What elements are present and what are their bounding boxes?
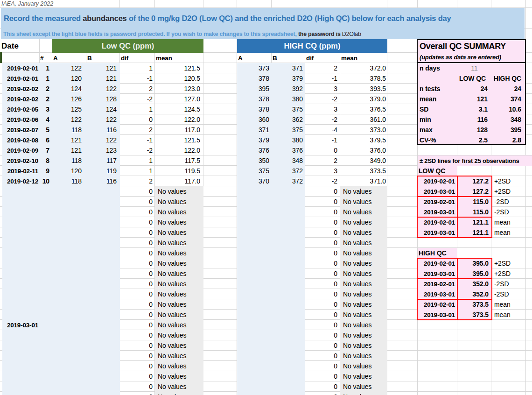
sd-tag-label: -2SD — [493, 207, 531, 217]
spreadsheet: IAEA, January 2022 Record the measured a… — [0, 0, 532, 395]
sd-value-cell: 121.1 — [458, 217, 491, 227]
sd-tag-label: mean — [493, 217, 531, 227]
sd-value-cell: 127.2 — [458, 176, 491, 186]
sd-value-cell: 395.0 — [458, 268, 491, 279]
sd-date-cell: 2019-03-01 — [417, 207, 457, 217]
sd-date-cell: 2019-02-01 — [417, 299, 457, 310]
sd-lines-rows: 2019-02-01127.2+2SD2019-03-01127.2+2SD20… — [0, 0, 532, 395]
sd-value-cell: 115.0 — [458, 207, 491, 217]
sd-value-cell: 115.0 — [458, 197, 491, 207]
sd-date-cell: 2019-02-01 — [417, 197, 457, 207]
sd-value-cell: 127.2 — [458, 186, 491, 197]
sd-value-cell: 373.5 — [458, 299, 491, 310]
sd-date-cell: 2019-02-01 — [417, 176, 457, 186]
sd-value-cell: 373.5 — [458, 310, 491, 320]
sd-date-cell: 2019-03-01 — [417, 268, 457, 279]
sd-tag-label: +2SD — [493, 268, 531, 279]
sd-tag-label: mean — [493, 310, 531, 320]
sd-value-cell: 121.1 — [458, 227, 491, 238]
sd-value-cell: 395.0 — [458, 258, 491, 268]
sd-tag-label: -2SD — [493, 289, 531, 299]
sd-tag-label: mean — [493, 227, 531, 238]
sd-date-cell: 2019-03-01 — [417, 310, 457, 320]
sd-date-cell: 2019-03-01 — [417, 227, 457, 238]
sd-date-cell: 2019-02-01 — [417, 279, 457, 289]
sd-tag-label: +2SD — [493, 186, 531, 197]
sd-value-cell: 352.0 — [458, 279, 491, 289]
sd-date-cell: 2019-03-01 — [417, 186, 457, 197]
sd-tag-label: +2SD — [493, 258, 531, 268]
sd-tag-label: mean — [493, 299, 531, 310]
sd-tag-label: +2SD — [493, 176, 531, 186]
sd-tag-label: -2SD — [493, 197, 531, 207]
sd-date-cell: 2019-02-01 — [417, 258, 457, 268]
sd-value-cell: 352.0 — [458, 289, 491, 299]
sd-tag-label: -2SD — [493, 279, 531, 289]
sd-date-cell: 2019-03-01 — [417, 289, 457, 299]
sd-date-cell: 2019-02-01 — [417, 217, 457, 227]
